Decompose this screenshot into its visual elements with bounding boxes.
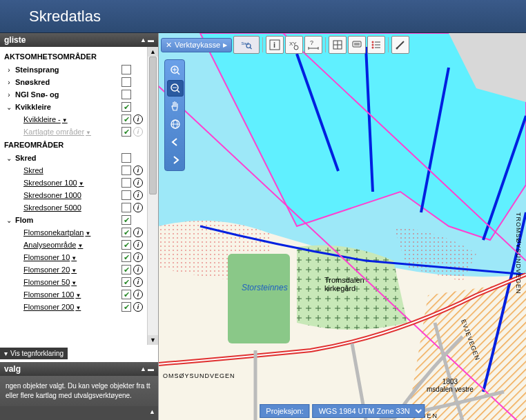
layer-subrow[interactable]: Flomsoner 100▼✔i bbox=[0, 288, 147, 301]
collapse-up-icon[interactable]: ▲ bbox=[140, 37, 146, 43]
layer-subrow[interactable]: Flomsoner 50▼✔i bbox=[0, 276, 147, 288]
layer-checkbox[interactable] bbox=[121, 203, 131, 212]
layer-subrow[interactable]: Analyseområde▼✔i bbox=[0, 239, 147, 251]
collapse-down-icon[interactable]: ▬ bbox=[148, 366, 154, 372]
chevron-down-icon[interactable]: ⌄ bbox=[4, 217, 14, 224]
layer-checkbox[interactable]: ✔ bbox=[121, 252, 131, 262]
layer-checkbox[interactable]: ✔ bbox=[121, 114, 131, 124]
layer-checkbox[interactable]: ✔ bbox=[121, 277, 131, 287]
layer-checkbox[interactable]: ✔ bbox=[121, 228, 131, 237]
dropdown-icon[interactable]: ▼ bbox=[75, 292, 81, 299]
info-icon[interactable]: i bbox=[133, 228, 143, 237]
layer-sublabel[interactable]: Flomsoner 200▼ bbox=[14, 303, 121, 311]
expand-icon[interactable]: ▲ bbox=[149, 408, 155, 415]
map-canvas[interactable]: ✕ Verktøykasse ▶ Sted i XY ? bbox=[159, 33, 526, 420]
layer-label[interactable]: Steinsprang bbox=[14, 66, 121, 74]
layer-row[interactable]: ⌄Skred bbox=[0, 152, 147, 164]
layer-checkbox[interactable] bbox=[121, 166, 131, 175]
layer-sublabel[interactable]: Kvikkleire -▼ bbox=[14, 115, 121, 123]
info-icon[interactable]: i bbox=[133, 302, 143, 312]
layer-checkbox[interactable]: ✔ bbox=[121, 127, 131, 137]
list-tool-button[interactable] bbox=[367, 36, 385, 54]
dropdown-icon[interactable]: ▼ bbox=[77, 243, 83, 249]
layer-checkbox[interactable]: ✔ bbox=[121, 265, 131, 274]
layers-panel-header[interactable]: gliste ▲ ▬ bbox=[0, 33, 158, 47]
measure-tool-button[interactable]: ? bbox=[304, 36, 322, 54]
dropdown-icon[interactable]: ▼ bbox=[86, 130, 91, 136]
layer-label[interactable]: Flom bbox=[14, 216, 121, 224]
layer-subrow[interactable]: Kartlagte områder▼✔i bbox=[0, 126, 147, 138]
layer-row[interactable]: ⌄Flom✔ bbox=[0, 214, 147, 226]
chevron-down-icon[interactable]: ⌄ bbox=[4, 103, 14, 111]
info-icon[interactable]: i bbox=[133, 277, 143, 287]
info-icon[interactable]: i bbox=[133, 166, 143, 175]
layer-scrollbar[interactable]: ▲ ▼ bbox=[147, 47, 158, 345]
info-icon[interactable]: i bbox=[133, 127, 143, 137]
layer-sublabel[interactable]: Skred bbox=[14, 166, 121, 174]
layer-checkbox[interactable] bbox=[121, 190, 131, 200]
place-search-button[interactable]: Sted bbox=[233, 36, 260, 54]
layer-label[interactable]: Snøskred bbox=[14, 78, 121, 86]
dropdown-icon[interactable]: ▼ bbox=[71, 268, 77, 274]
info-icon[interactable]: i bbox=[133, 240, 143, 250]
layer-sublabel[interactable]: Flomsonekartplan▼ bbox=[14, 228, 121, 237]
full-extent-button[interactable] bbox=[167, 116, 184, 132]
draw-tool-button[interactable] bbox=[391, 36, 409, 54]
layer-sublabel[interactable]: Kartlagte områder▼ bbox=[14, 128, 121, 136]
layer-subrow[interactable]: Flomsoner 200▼✔i bbox=[0, 301, 147, 313]
layer-label[interactable]: Skred bbox=[14, 154, 121, 162]
layer-checkbox[interactable] bbox=[121, 153, 131, 163]
layer-checkbox[interactable] bbox=[121, 178, 131, 188]
layer-row[interactable]: ⌄Kvikkleire✔ bbox=[0, 101, 147, 113]
grid-tool-button[interactable] bbox=[329, 36, 347, 54]
comment-tool-button[interactable] bbox=[348, 36, 366, 54]
scroll-thumb[interactable] bbox=[149, 57, 157, 194]
layer-label[interactable]: Kvikkleire bbox=[14, 103, 121, 111]
layer-checkbox[interactable] bbox=[121, 90, 131, 99]
info-icon[interactable]: i bbox=[133, 252, 143, 262]
layer-subrow[interactable]: Flomsonekartplan▼✔i bbox=[0, 226, 147, 239]
dropdown-icon[interactable]: ▼ bbox=[71, 255, 77, 261]
show-legend-button[interactable]: ▾ Vis tegnforklaring bbox=[0, 348, 68, 359]
next-extent-button[interactable] bbox=[167, 152, 184, 168]
prev-extent-button[interactable] bbox=[167, 134, 184, 150]
layer-checkbox[interactable]: ✔ bbox=[121, 302, 131, 312]
dropdown-icon[interactable]: ▼ bbox=[71, 280, 77, 286]
layer-label[interactable]: NGI Snø- og bbox=[14, 90, 121, 99]
layer-checkbox[interactable]: ✔ bbox=[121, 290, 131, 299]
layer-sublabel[interactable]: Skredsoner 100▼ bbox=[14, 179, 121, 187]
layer-checkbox[interactable]: ✔ bbox=[121, 102, 131, 112]
layer-checkbox[interactable] bbox=[121, 65, 131, 74]
chevron-down-icon[interactable]: ⌄ bbox=[4, 154, 14, 162]
collapse-down-icon[interactable]: ▬ bbox=[148, 37, 154, 43]
scroll-up-icon[interactable]: ▲ bbox=[148, 47, 158, 57]
layer-checkbox[interactable] bbox=[121, 77, 131, 87]
layer-sublabel[interactable]: Flomsoner 10▼ bbox=[14, 253, 121, 261]
layer-checkbox[interactable]: ✔ bbox=[121, 215, 131, 225]
selection-panel-header[interactable]: valg ▲ ▬ bbox=[0, 362, 158, 376]
chevron-right-icon[interactable]: › bbox=[4, 91, 14, 99]
chevron-right-icon[interactable]: › bbox=[4, 79, 14, 86]
zoom-in-button[interactable] bbox=[167, 62, 184, 79]
dropdown-icon[interactable]: ▼ bbox=[85, 230, 90, 237]
layer-subrow[interactable]: Skredsoner 5000i bbox=[0, 201, 147, 214]
info-icon[interactable]: i bbox=[133, 178, 143, 188]
layer-checkbox[interactable]: ✔ bbox=[121, 240, 131, 250]
scroll-down-icon[interactable]: ▼ bbox=[148, 335, 158, 345]
layer-row[interactable]: ›NGI Snø- og bbox=[0, 88, 147, 101]
layer-sublabel[interactable]: Flomsoner 100▼ bbox=[14, 290, 121, 299]
layer-subrow[interactable]: Skredsoner 1000i bbox=[0, 189, 147, 201]
dropdown-icon[interactable]: ▼ bbox=[75, 305, 81, 311]
layer-subrow[interactable]: Flomsoner 20▼✔i bbox=[0, 263, 147, 276]
layer-sublabel[interactable]: Flomsoner 50▼ bbox=[14, 278, 121, 286]
zoom-out-button[interactable] bbox=[167, 80, 184, 97]
layer-subrow[interactable]: Flomsoner 10▼✔i bbox=[0, 251, 147, 263]
dropdown-icon[interactable]: ▼ bbox=[62, 117, 68, 123]
toolbox-button[interactable]: ✕ Verktøykasse ▶ bbox=[161, 38, 232, 52]
chevron-right-icon[interactable]: › bbox=[4, 66, 14, 74]
xy-tool-button[interactable]: XY bbox=[285, 36, 303, 54]
layer-subrow[interactable]: Skredsoner 100▼i bbox=[0, 177, 147, 189]
info-icon[interactable]: i bbox=[133, 290, 143, 299]
info-icon[interactable]: i bbox=[133, 265, 143, 274]
pan-button[interactable] bbox=[167, 98, 184, 114]
